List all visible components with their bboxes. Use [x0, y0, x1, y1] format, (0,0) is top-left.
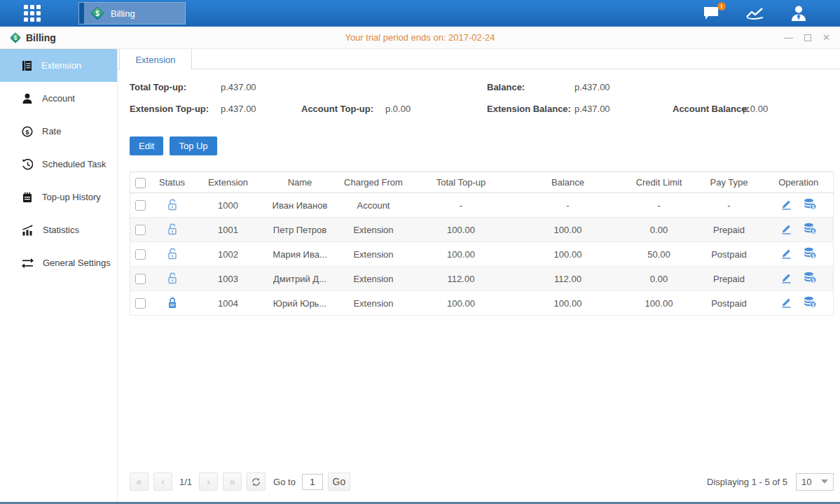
- cell-pay-type: Prepaid: [694, 267, 764, 291]
- topup-row-button[interactable]: $: [804, 223, 817, 237]
- sidebar-item-statistics[interactable]: Statistics: [0, 214, 117, 246]
- notification-badge: !: [717, 2, 726, 10]
- tab-extension[interactable]: Extension: [119, 49, 192, 70]
- last-page-button[interactable]: »: [223, 472, 242, 491]
- maximize-icon[interactable]: [804, 34, 811, 41]
- row-checkbox[interactable]: [135, 249, 146, 260]
- sidebar-item-rate[interactable]: $ Rate: [0, 115, 117, 148]
- locked-icon[interactable]: [167, 296, 178, 309]
- topup-row-button[interactable]: $: [804, 296, 817, 310]
- unlocked-icon[interactable]: [167, 198, 178, 211]
- next-page-button[interactable]: ›: [199, 472, 218, 491]
- balance-value: p.437.00: [574, 82, 610, 92]
- sidebar-item-extension[interactable]: Extension: [0, 49, 117, 82]
- cell-operation: $: [764, 267, 834, 291]
- cell-balance: -: [512, 193, 624, 218]
- cell-name: Иван Иванов: [263, 193, 337, 218]
- cell-charged-from: Account: [337, 193, 411, 218]
- sidebar-item-label: Extension: [41, 60, 81, 71]
- topup-coins-icon: $: [804, 223, 817, 234]
- col-status: Status: [151, 172, 193, 193]
- cell-status: [151, 218, 193, 242]
- swap-arrows-icon: [22, 258, 34, 269]
- topup-coins-icon: $: [804, 198, 817, 210]
- goto-page-input[interactable]: [302, 474, 323, 490]
- account-button[interactable]: [790, 5, 808, 22]
- clock-history-icon: [22, 159, 33, 170]
- apps-grid-icon[interactable]: [24, 5, 41, 22]
- sidebar-item-scheduled-task[interactable]: Scheduled Task: [0, 148, 117, 181]
- cell-extension: 1003: [193, 267, 263, 291]
- sidebar-item-label: General Settings: [43, 258, 111, 268]
- page-size-select[interactable]: 10: [796, 473, 834, 491]
- extension-topup-value: p.437.00: [221, 104, 256, 114]
- row-checkbox[interactable]: [135, 298, 146, 309]
- first-page-button[interactable]: «: [130, 472, 149, 491]
- cell-status: [151, 242, 193, 267]
- edit-pencil-icon: [780, 272, 792, 284]
- svg-text:$: $: [25, 127, 29, 135]
- refresh-icon: [252, 477, 261, 486]
- prev-page-button[interactable]: ‹: [153, 472, 172, 491]
- cell-extension: 1004: [193, 291, 263, 316]
- refresh-button[interactable]: [247, 472, 266, 491]
- account-balance-value: p.0.00: [743, 104, 768, 114]
- trial-notice: Your trial period ends on: 2017-02-24: [345, 32, 495, 43]
- sidebar-item-label: Rate: [42, 126, 61, 136]
- cell-status: [151, 267, 193, 291]
- svg-text:$: $: [811, 278, 814, 284]
- minimize-icon[interactable]: —: [784, 33, 793, 42]
- taskbar: $ Billing !: [0, 0, 840, 27]
- svg-text:$: $: [811, 302, 814, 308]
- account-topup-label: Account Top-up:: [301, 104, 373, 114]
- cell-balance: 112.00: [512, 267, 624, 291]
- page-indicator: 1/1: [179, 477, 192, 487]
- edit-pencil-icon: [780, 198, 792, 210]
- topup-row-button[interactable]: $: [804, 247, 817, 261]
- window-titlebar: $ Billing Your trial period ends on: 201…: [0, 27, 840, 49]
- row-checkbox[interactable]: [135, 274, 146, 284]
- unlocked-icon[interactable]: [167, 223, 178, 235]
- taskbar-billing-tab[interactable]: $ Billing: [78, 2, 186, 24]
- cell-pay-type: Postpaid: [694, 242, 764, 267]
- col-balance: Balance: [512, 172, 624, 193]
- edit-row-button[interactable]: [780, 247, 792, 261]
- close-icon[interactable]: ✕: [822, 33, 830, 42]
- cell-name: Дмитрий Д...: [263, 267, 337, 291]
- edit-button[interactable]: Edit: [130, 136, 163, 155]
- col-credit-limit: Credit Limit: [624, 172, 694, 193]
- goto-label: Go to: [273, 477, 296, 487]
- cell-balance: 100.00: [512, 291, 624, 316]
- select-all-checkbox[interactable]: [135, 178, 146, 188]
- total-topup-label: Total Top-up:: [130, 82, 186, 92]
- svg-text:$: $: [811, 253, 814, 259]
- notebook-icon: [22, 192, 33, 203]
- topup-button[interactable]: Top Up: [170, 136, 216, 155]
- unlocked-icon[interactable]: [167, 272, 178, 284]
- cell-credit-limit: 0.00: [624, 218, 694, 242]
- cell-total-topup: 100.00: [411, 242, 512, 267]
- go-button[interactable]: Go: [328, 472, 350, 491]
- edit-row-button[interactable]: [780, 198, 792, 212]
- user-icon: [790, 5, 808, 22]
- row-checkbox[interactable]: [135, 225, 146, 235]
- edit-row-button[interactable]: [780, 272, 792, 286]
- topup-row-button[interactable]: $: [804, 272, 817, 286]
- tab-label: Extension: [135, 55, 175, 65]
- statistics-button[interactable]: [746, 6, 764, 21]
- topup-row-button[interactable]: $: [804, 198, 817, 212]
- table-row: 1000Иван ИвановAccount----$: [130, 193, 834, 218]
- cell-pay-type: Prepaid: [694, 218, 764, 242]
- sidebar-item-account[interactable]: Account: [0, 82, 117, 115]
- sidebar-item-general-settings[interactable]: General Settings: [0, 246, 117, 279]
- unlocked-icon[interactable]: [167, 247, 178, 260]
- row-checkbox[interactable]: [135, 200, 146, 211]
- topup-coins-icon: $: [804, 296, 817, 308]
- total-topup-value: p.437.00: [221, 82, 256, 92]
- notifications-button[interactable]: !: [703, 6, 721, 21]
- table-row: 1003Дмитрий Д...Extension112.00112.000.0…: [130, 267, 834, 291]
- edit-row-button[interactable]: [780, 223, 792, 237]
- sidebar-item-topup-history[interactable]: Top-up History: [0, 181, 117, 214]
- edit-row-button[interactable]: [780, 296, 792, 310]
- toolbar: Edit Top Up: [130, 136, 834, 155]
